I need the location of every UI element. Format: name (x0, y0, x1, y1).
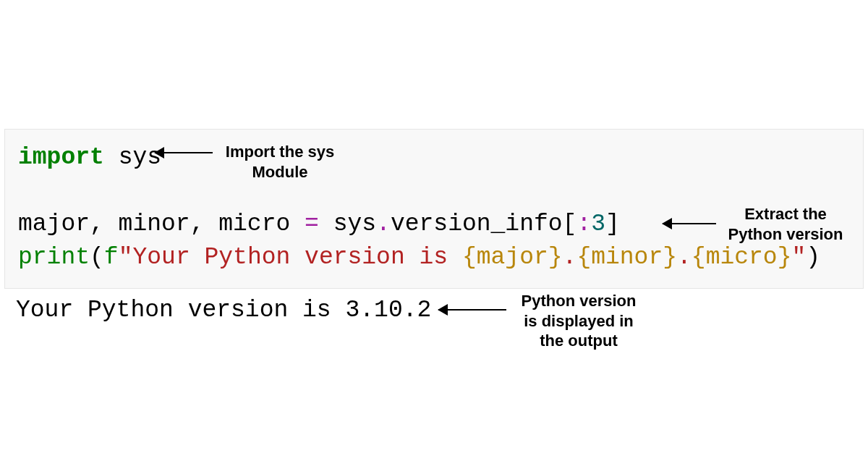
code-line-1: import sys (18, 141, 850, 174)
annotation-extract: Extract the Python version (720, 204, 851, 244)
output-text: Your Python version is 3.10.2 (16, 297, 431, 324)
arrow-icon (438, 309, 506, 311)
annotation-import: Import the sys Module (218, 142, 341, 182)
arrow-icon (155, 152, 213, 153)
arrow-icon (663, 223, 716, 224)
blank-line (18, 174, 850, 208)
code-line-3: print(f"Your Python version is {major}.{… (18, 241, 850, 274)
keyword-import: import (18, 144, 104, 171)
annotation-output: Python version is displayed in the outpu… (514, 291, 644, 351)
